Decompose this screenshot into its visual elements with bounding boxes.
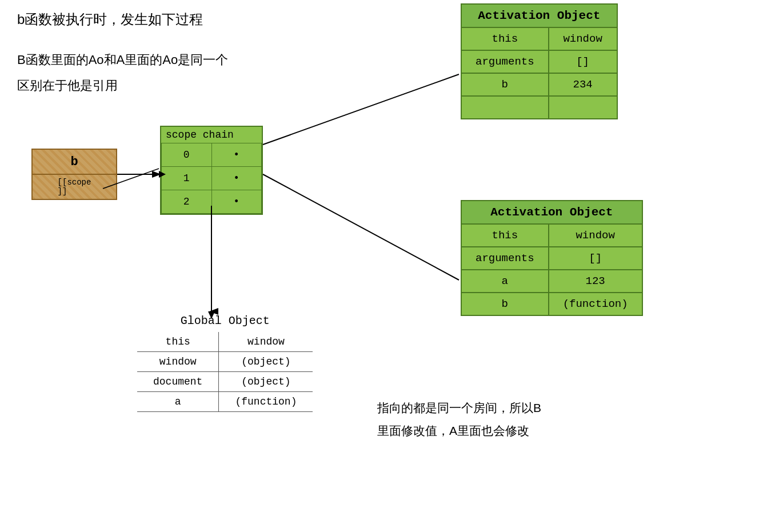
go-val-1: (object): [219, 352, 313, 372]
annotation-line4: 指向的都是同一个房间，所以B: [377, 400, 541, 416]
scope-chain-box: scope chain 0 • 1 • 2 •: [160, 126, 263, 215]
go-key-1: window: [137, 352, 219, 372]
scope-index-1: 1: [162, 167, 212, 190]
scope-chain-title: scope chain: [161, 127, 262, 143]
svg-line-1: [263, 74, 459, 145]
global-object-title: Global Object: [137, 314, 313, 327]
ao-top-row-0: this window: [461, 27, 617, 50]
ao-bottom-val-3: (function): [549, 293, 642, 315]
scope-chain-rows: 0 • 1 • 2 •: [161, 143, 262, 214]
ao-top-val-0: window: [549, 27, 617, 50]
ao-table-top: Activation Object this window arguments …: [461, 3, 618, 119]
ao-bottom-row-1: arguments []: [461, 247, 642, 270]
ao-top-val-3: [549, 96, 617, 119]
ao-top-key-3: [461, 96, 549, 119]
desc-line3: 区别在于他是引用: [17, 77, 118, 94]
b-box-scope: [[scope]]: [33, 175, 116, 199]
go-key-2: document: [137, 372, 219, 392]
scope-dot-2: •: [211, 190, 262, 214]
ao-bottom-row-2: a 123: [461, 270, 642, 293]
go-row-0: this window: [137, 332, 313, 352]
ao-top-key-2: b: [461, 73, 549, 96]
go-val-2: (object): [219, 372, 313, 392]
scope-dot-1: •: [211, 167, 262, 190]
ao-top-val-2: 234: [549, 73, 617, 96]
ao-bottom-title: Activation Object: [461, 201, 642, 224]
ao-bottom-key-1: arguments: [461, 247, 549, 270]
scope-chain-row-1: 1 •: [162, 167, 262, 190]
global-object-table: this window window (object) document (ob…: [137, 332, 313, 412]
ao-bottom-key-0: this: [461, 224, 549, 247]
global-object-container: Global Object this window window (object…: [137, 314, 313, 412]
scope-index-2: 2: [162, 190, 212, 214]
ao-top-key-1: arguments: [461, 50, 549, 73]
ao-top-title-row: Activation Object: [461, 4, 617, 27]
ao-bottom-val-1: []: [549, 247, 642, 270]
annotation-line5: 里面修改值，A里面也会修改: [377, 423, 529, 439]
b-box-label: b: [33, 150, 116, 175]
go-row-2: document (object): [137, 372, 313, 392]
go-val-0: window: [219, 332, 313, 352]
scope-chain-row-2: 2 •: [162, 190, 262, 214]
ao-top-title: Activation Object: [461, 4, 617, 27]
ao-table-bottom: Activation Object this window arguments …: [461, 200, 643, 316]
ao-top-val-1: []: [549, 50, 617, 73]
desc-line1: b函数被执行时，发生如下过程: [17, 10, 203, 29]
ao-bottom-val-2: 123: [549, 270, 642, 293]
page: b函数被执行时，发生如下过程 B函数里面的Ao和A里面的Ao是同一个 区别在于他…: [0, 0, 767, 532]
b-function-box: b [[scope]]: [31, 149, 117, 200]
scope-index-0: 0: [162, 143, 212, 167]
scope-dot-0: •: [211, 143, 262, 167]
go-key-3: a: [137, 392, 219, 412]
svg-line-2: [263, 174, 459, 280]
ao-top-row-1: arguments []: [461, 50, 617, 73]
go-row-1: window (object): [137, 352, 313, 372]
ao-bottom-row-3: b (function): [461, 293, 642, 315]
go-key-0: this: [137, 332, 219, 352]
ao-bottom-title-row: Activation Object: [461, 201, 642, 224]
desc-line2: B函数里面的Ao和A里面的Ao是同一个: [17, 51, 228, 69]
go-val-3: (function): [219, 392, 313, 412]
ao-bottom-row-0: this window: [461, 224, 642, 247]
go-row-3: a (function): [137, 392, 313, 412]
ao-top-key-0: this: [461, 27, 549, 50]
ao-bottom-key-3: b: [461, 293, 549, 315]
ao-top-row-3: [461, 96, 617, 119]
ao-bottom-val-0: window: [549, 224, 642, 247]
ao-bottom-key-2: a: [461, 270, 549, 293]
scope-chain-row-0: 0 •: [162, 143, 262, 167]
ao-top-row-2: b 234: [461, 73, 617, 96]
